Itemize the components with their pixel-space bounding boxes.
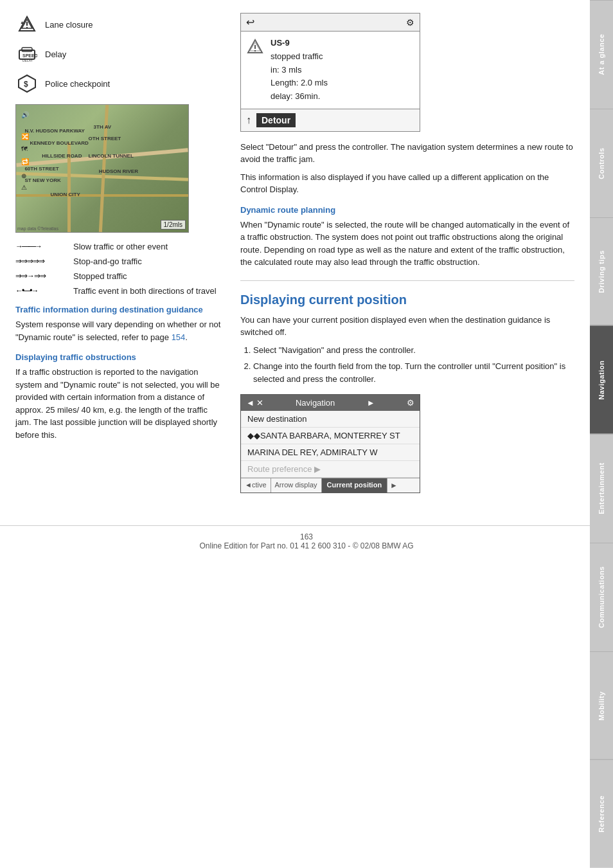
sidebar: At a glance Controls Driving tips Naviga… xyxy=(590,0,613,868)
nav-new-destination[interactable]: New destination xyxy=(241,411,420,428)
svg-text:▲: ▲ xyxy=(20,20,24,24)
svg-point-14 xyxy=(254,50,256,51)
traffic-status: stopped traffic xyxy=(271,50,328,64)
police-icon: $ xyxy=(15,72,39,95)
nav-marina-del-rey[interactable]: MARINA DEL REY, ADMIRALTY W xyxy=(241,444,420,461)
stop-go-symbol: ⇒⇒⇒⇒⇒ xyxy=(15,257,67,266)
police-row: $ Police checkpoint xyxy=(15,72,221,95)
dynamic-heading: Dynamic route planning xyxy=(240,205,574,215)
nav-menu-footer: ◄ctive Arrow display Current position ► xyxy=(241,478,420,493)
nav-title: Navigation xyxy=(296,398,335,408)
nav-forward-icon: ► xyxy=(367,398,375,408)
stop-go-row: ⇒⇒⇒⇒⇒ Stop-and-go traffic xyxy=(15,257,221,266)
traffic-time: in: 3 mls xyxy=(271,64,328,77)
page-number: 163 xyxy=(0,532,613,541)
detour-label[interactable]: Detour xyxy=(256,113,296,127)
page-divider xyxy=(240,280,574,281)
map-scale: 1/2mls xyxy=(161,220,186,230)
traffic-info-box: ↩ ⚙ US-9 stopped traffic in: 3 mls Le xyxy=(240,13,420,132)
both-directions-row: ←•—•→ Traffic event in both directions o… xyxy=(15,286,221,296)
nav-settings-icon: ⚙ xyxy=(407,398,414,408)
nav-route-preference[interactable]: Route preference ▶ xyxy=(241,461,420,478)
sidebar-tab-entertainment[interactable]: Entertainment xyxy=(590,434,613,543)
page-link[interactable]: 154 xyxy=(172,332,186,342)
sidebar-tab-at-a-glance[interactable]: At a glance xyxy=(590,0,613,109)
copyright-text: Online Edition for Part no. 01 41 2 600 … xyxy=(0,541,613,550)
nav-back-icon: ◄ ✕ xyxy=(246,398,263,408)
both-directions-label: Traffic event in both directions of trav… xyxy=(73,286,217,296)
traffic-warning-icon xyxy=(246,37,264,104)
sidebar-tab-controls[interactable]: Controls xyxy=(590,109,613,217)
nav-footer-current-position[interactable]: Current position xyxy=(322,478,388,493)
delay-label: Delay xyxy=(45,50,66,59)
stop-go-label: Stop-and-go traffic xyxy=(73,257,142,266)
lane-closure-row: ▲ Lane closure xyxy=(15,13,221,36)
step-2: Change into the fourth field from the to… xyxy=(253,360,574,385)
lane-closure-label: Lane closure xyxy=(45,20,93,30)
displaying-heading: Displaying current position xyxy=(240,293,574,307)
select-detour-text: Select "Detour" and press the controller… xyxy=(240,141,574,166)
sidebar-tab-mobility[interactable]: Mobility xyxy=(590,651,613,760)
steps-list: Select "Navigation" and press the contro… xyxy=(240,344,574,386)
right-column: ↩ ⚙ US-9 stopped traffic in: 3 mls Le xyxy=(234,13,574,493)
nav-footer-arrow-display[interactable]: Arrow display xyxy=(271,478,322,493)
svg-point-3 xyxy=(26,27,28,28)
stopped-traffic-label: Stopped traffic xyxy=(73,271,127,281)
delay-icon: SPEED DELAY xyxy=(15,42,39,66)
left-column: ▲ Lane closure SPEED DELAY Delay $ xyxy=(15,13,234,493)
lane-closure-icon: ▲ xyxy=(15,13,39,36)
svg-text:$: $ xyxy=(24,80,28,89)
nav-menu-header: ◄ ✕ Navigation ► ⚙ xyxy=(241,395,420,411)
nav-footer-active[interactable]: ◄ctive xyxy=(241,478,271,493)
sidebar-tab-reference[interactable]: Reference xyxy=(590,759,613,868)
traffic-length: Length: 2.0 mls xyxy=(271,77,328,90)
slow-traffic-symbol: →——→ xyxy=(15,242,67,251)
both-directions-symbol: ←•—•→ xyxy=(15,286,67,295)
traffic-box-header: ↩ ⚙ xyxy=(241,14,420,32)
route-name: US-9 xyxy=(271,37,328,50)
also-displayed-text: This information is also displayed if yo… xyxy=(240,171,574,196)
sidebar-tab-communications[interactable]: Communications xyxy=(590,543,613,651)
traffic-box-body: US-9 stopped traffic in: 3 mls Length: 2… xyxy=(241,32,420,109)
nav-menu-box: ◄ ✕ Navigation ► ⚙ New destination ◆◆SAN… xyxy=(240,394,420,493)
sidebar-tab-navigation[interactable]: Navigation xyxy=(590,325,613,434)
sidebar-tab-driving-tips[interactable]: Driving tips xyxy=(590,217,613,326)
nav-footer-next-arrow[interactable]: ► xyxy=(387,478,400,493)
arrow-section: →——→ Slow traffic or other event ⇒⇒⇒⇒⇒ S… xyxy=(15,242,221,296)
back-icon: ↩ xyxy=(246,16,254,28)
traffic-info-text: US-9 stopped traffic in: 3 mls Length: 2… xyxy=(271,37,328,104)
settings-icon: ⚙ xyxy=(406,17,414,28)
detour-arrow-icon: ↑ xyxy=(246,114,251,126)
svg-text:SPEED: SPEED xyxy=(22,53,37,58)
displaying-body: You can have your current position displ… xyxy=(240,314,574,339)
svg-text:DELAY: DELAY xyxy=(22,59,33,62)
slow-traffic-row: →——→ Slow traffic or other event xyxy=(15,242,221,251)
detour-row: ↑ Detour xyxy=(241,109,420,131)
traffic-info-heading: Traffic information during destination g… xyxy=(15,305,221,314)
display-obstructions-heading: Displaying traffic obstructions xyxy=(15,352,221,362)
map-image: N.V. HUDSON PARKWAY KENNEDY BOULEVARD HI… xyxy=(15,104,189,233)
main-content: ▲ Lane closure SPEED DELAY Delay $ xyxy=(0,0,590,506)
display-obstructions-body: If a traffic obstruction is reported to … xyxy=(15,366,221,441)
delay-row: SPEED DELAY Delay xyxy=(15,42,221,66)
stopped-traffic-row: ⇒⇒→⇒⇒ Stopped traffic xyxy=(15,271,221,281)
nav-santa-barbara[interactable]: ◆◆SANTA BARBARA, MONTERREY ST xyxy=(241,428,420,444)
slow-traffic-label: Slow traffic or other event xyxy=(73,242,168,251)
police-label: Police checkpoint xyxy=(45,79,110,89)
step-1: Select "Navigation" and press the contro… xyxy=(253,344,574,357)
dynamic-body: When "Dynamic route" is selected, the ro… xyxy=(240,219,574,269)
page-footer: 163 Online Edition for Part no. 01 41 2 … xyxy=(0,525,613,550)
traffic-info-body: System response will vary depending on w… xyxy=(15,318,221,343)
stopped-traffic-symbol: ⇒⇒→⇒⇒ xyxy=(15,271,67,280)
traffic-delay: delay: 36min. xyxy=(271,90,328,104)
